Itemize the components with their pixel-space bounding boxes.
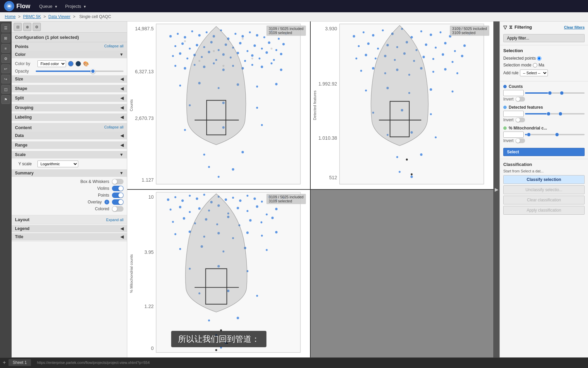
svg-point-89 — [232, 168, 234, 171]
rule-mito-invert: Invert — [503, 138, 585, 143]
plot-tl-svg: 14,987.5 6,327.13 2,670.73 1.127 — [127, 21, 310, 189]
y-scale-select[interactable]: Logarithmic — [37, 160, 78, 167]
svg-point-40 — [246, 50, 248, 52]
scale-arrow: ▼ — [119, 152, 124, 157]
flag-icon[interactable]: ⚑ — [1, 95, 10, 104]
plot-bottom-left: 3109 / 5025 included3109 selected % Mito… — [127, 190, 310, 357]
url-bar: https://enterprise.partek.com/flow/proje… — [37, 361, 150, 365]
svg-point-39 — [239, 42, 242, 44]
svg-point-14 — [177, 33, 179, 35]
legend-header[interactable]: Legend ◀ — [12, 225, 127, 232]
rule-detected-input[interactable]: 500 — [503, 111, 524, 117]
add-sheet-btn[interactable]: + — [3, 359, 6, 366]
svg-point-122 — [463, 44, 466, 47]
deselected-points-row: Deselected points — [503, 56, 585, 61]
svg-text:1.992.92: 1.992.92 — [318, 81, 337, 87]
app-logo: Flow — [4, 1, 30, 11]
deselected-radio[interactable] — [537, 56, 541, 61]
svg-point-187 — [189, 211, 191, 213]
apply-filter-btn[interactable]: Apply filter... — [503, 34, 585, 42]
svg-point-161 — [406, 158, 408, 160]
rule-detected-slider[interactable] — [525, 113, 585, 114]
nav-projects[interactable]: Projects ▼ — [62, 2, 90, 10]
sheet-tab-1[interactable]: Sheet 1 — [9, 359, 31, 366]
data-section-header[interactable]: Data ◀ — [12, 132, 127, 139]
svg-text:10: 10 — [148, 194, 154, 200]
color-swatch-blue[interactable] — [68, 61, 74, 66]
svg-point-61 — [280, 53, 282, 55]
nav-queue[interactable]: Queue ▼ — [36, 2, 61, 10]
layout-expand-link[interactable]: Expand all — [106, 218, 124, 222]
points-toggle[interactable] — [112, 193, 124, 198]
breadcrumb-home[interactable]: Home — [5, 14, 16, 19]
selection-mode-radio[interactable] — [533, 63, 537, 67]
svg-point-8 — [242, 38, 244, 40]
svg-point-225 — [256, 295, 258, 297]
invert-detected-label: Invert — [503, 118, 513, 122]
rule-mito-input[interactable]: 0 — [503, 132, 524, 138]
breadcrumb-pmbc[interactable]: PBMC 5K — [23, 14, 41, 19]
invert-counts-toggle[interactable] — [516, 97, 525, 102]
color-by-select[interactable]: Fixed color — [37, 60, 66, 67]
forward-icon[interactable]: ↪ — [1, 75, 10, 83]
gear-icon[interactable]: ⚙ — [1, 54, 10, 63]
layers-icon[interactable]: ◫ — [1, 85, 10, 94]
back-icon[interactable]: ↩ — [1, 64, 10, 73]
legend-label: Legend — [15, 226, 30, 231]
scale-section-header[interactable]: Scale ▼ — [12, 151, 127, 158]
expand-right-btn[interactable]: ▶ — [493, 21, 500, 357]
colored-row: Colored — [15, 206, 124, 212]
list-icon[interactable]: ≡ — [1, 44, 10, 53]
svg-point-228 — [215, 334, 217, 336]
breadcrumb-data-viewer[interactable]: Data Viewer — [48, 14, 70, 19]
svg-text:14,987.5: 14,987.5 — [135, 26, 154, 31]
box-whiskers-label: Box & Whiskers — [79, 179, 109, 184]
invert-detected-toggle[interactable] — [516, 118, 525, 122]
layout-header[interactable]: Layout Expand all — [12, 215, 127, 224]
svg-point-58 — [259, 58, 261, 60]
rule-mito-slider[interactable] — [525, 134, 585, 135]
svg-point-70 — [251, 64, 254, 66]
opacity-slider-track[interactable] — [36, 71, 124, 72]
svg-point-154 — [435, 136, 437, 138]
content-collapse-link[interactable]: Collapse all — [104, 125, 124, 130]
box-whiskers-toggle[interactable] — [112, 179, 124, 184]
table-icon[interactable]: ⊞ — [1, 34, 10, 43]
violins-toggle[interactable] — [112, 186, 124, 191]
grouping-section-header[interactable]: Grouping ◀ — [12, 104, 127, 111]
opacity-row: Opacity — [15, 69, 124, 74]
rule-counts-input[interactable]: 600 — [503, 90, 524, 96]
shape-section-header[interactable]: Shape ◀ — [12, 85, 127, 92]
svg-point-178 — [239, 199, 242, 202]
select-btn[interactable]: Select — [503, 148, 585, 156]
size-section-header[interactable]: Size ◀ — [12, 75, 127, 83]
colored-toggle[interactable] — [112, 206, 124, 212]
hamburger-icon[interactable]: ☰ — [1, 24, 10, 32]
config-tb-3[interactable]: ⚙ — [33, 23, 41, 31]
range-section-header[interactable]: Range ◀ — [12, 141, 127, 149]
svg-point-206 — [271, 217, 274, 219]
size-label: Size — [15, 77, 23, 81]
add-rule-select[interactable]: -- Select -- — [520, 70, 548, 76]
svg-point-32 — [189, 48, 191, 50]
invert-mito-toggle[interactable] — [516, 138, 525, 143]
palette-icon[interactable]: 🎨 — [83, 61, 89, 66]
rule-counts-slider[interactable] — [525, 92, 585, 94]
points-collapse-link[interactable]: Collapse all — [104, 44, 124, 49]
color-section-header[interactable]: Color ▼ — [12, 51, 127, 58]
overlay-toggle[interactable] — [112, 199, 124, 205]
summary-section-header[interactable]: Summary ▼ — [12, 169, 127, 177]
config-tb-2[interactable]: ⊕ — [23, 23, 31, 31]
rule-detected-dot — [503, 106, 507, 109]
split-section-header[interactable]: Split ◀ — [12, 94, 127, 102]
opacity-slider-thumb[interactable] — [91, 69, 95, 74]
classify-selection-btn[interactable]: Classify selection — [503, 175, 585, 184]
title-header[interactable]: Title ◀ — [12, 233, 127, 241]
color-swatch-dark[interactable] — [76, 61, 81, 66]
config-tb-1[interactable]: ⊟ — [14, 23, 22, 31]
labeling-section-header[interactable]: Labeling ◀ — [12, 113, 127, 121]
plot-grid: 3109 / 5025 included3109 selected Counts… — [127, 21, 493, 357]
svg-point-156 — [420, 153, 422, 156]
clear-filters-link[interactable]: Clear filters — [564, 25, 585, 29]
svg-point-192 — [236, 207, 239, 209]
